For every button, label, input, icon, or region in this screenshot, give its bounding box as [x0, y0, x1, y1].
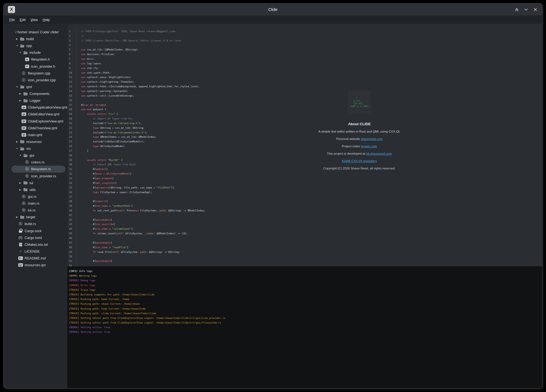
code-line-6[interactable]: 6use devicons::FileIcon;: [67, 52, 542, 57]
log-console[interactable]: [INFO] Info logs[WARN] Warning logs[DEBU…: [67, 267, 542, 388]
tree-item-target[interactable]: ▶target: [11, 214, 65, 220]
tree-item-readme-md[interactable]: M↓README.md: [11, 255, 65, 262]
code-line-25[interactable]: 25 include!(<QtGui/QFileSystemModel>);: [67, 139, 542, 144]
tree-item-build[interactable]: ▶build: [11, 35, 65, 42]
tree-item-filesystem-h[interactable]: Hfilesystem.h: [11, 56, 65, 63]
tree-item-resources-qrc[interactable]: Qtresources.qrc: [11, 262, 65, 268]
code-line-2[interactable]: 2//: [67, 34, 542, 38]
code-line-40[interactable]: 40 fn set_root_path(self: Pin<&mut FileS…: [67, 208, 542, 213]
code-line-34[interactable]: 34 #[qml_singleton]: [67, 181, 542, 185]
code-line-1[interactable]: 1// SPDX-FileCopyrightText: 2026, Shaun …: [67, 29, 542, 34]
tree-item-cmakelists-txt[interactable]: CMakeLists.txt: [11, 241, 65, 248]
code-line-27[interactable]: 27 }: [67, 149, 542, 153]
tree-item-clideeditorview-qml[interactable]: QtClideEditorView.qml: [11, 111, 65, 118]
about-link-1[interactable]: knoats.com: [361, 145, 377, 148]
code-line-20[interactable]: 20 // Import Qt Types from C++: [67, 116, 542, 121]
tree-item-include[interactable]: ▼include: [11, 49, 65, 56]
file-explorer-sidebar[interactable]: / home/ shaun/ Code/ clide/ ▶build▼cpp▼i…: [4, 24, 67, 388]
tree-item-main-rs[interactable]: Ⓡmain.rs: [11, 200, 65, 207]
tree-item-clideexplorerview-qml[interactable]: QtClideExplorerView.qml: [11, 118, 65, 125]
menu-item-edit[interactable]: Edit: [17, 17, 28, 23]
code-line-22[interactable]: 22 type QString = cxx_qt_lib::QString;: [67, 126, 542, 130]
minimize-button[interactable]: [523, 7, 529, 13]
code-line-32[interactable]: 32 #[base = QFileSystemModel]: [67, 172, 542, 176]
about-link-2[interactable]: git.shaunreed.com: [366, 152, 392, 155]
code-line-37[interactable]: 37: [67, 194, 542, 199]
code-line-41[interactable]: 41: [67, 213, 542, 218]
code-line-50[interactable]: 50: [67, 254, 542, 259]
code-line-33[interactable]: 33 #[qml_element]: [67, 176, 542, 181]
tree-item-gui-rs[interactable]: Ⓡgui.rs: [11, 193, 65, 200]
menu-item-file[interactable]: File: [7, 17, 17, 23]
code-line-18[interactable]: 18pub mod qobject {: [67, 107, 542, 112]
code-line-43[interactable]: 43 #[cxx_override]: [67, 222, 542, 227]
code-line-24[interactable]: 24 type QModelIndex = cxx_qt_lib::QModel…: [67, 135, 542, 139]
code-line-38[interactable]: 38 #[inherit]: [67, 199, 542, 204]
code-line-8[interactable]: 8use log::warn;: [67, 61, 542, 66]
code-line-15[interactable]: 15use syntect::util::LinesWithEndings;: [67, 94, 542, 98]
code-line-10[interactable]: 10use std::path::Path;: [67, 71, 542, 75]
code-line-3[interactable]: 3// SPDX-License-Identifier: GNU General…: [67, 38, 542, 43]
tree-item-tui[interactable]: ▶tui: [11, 179, 65, 186]
tree-item-components[interactable]: ▶Components: [11, 90, 65, 97]
code-line-45[interactable]: 45 fn column_count(self: &FileSystem, _i…: [67, 231, 542, 236]
tree-item-logger[interactable]: ▶Logger: [11, 97, 65, 104]
menu-item-help[interactable]: Help: [40, 17, 52, 23]
tree-item-icon-provider-h[interactable]: Hicon_provider.h: [11, 63, 65, 70]
tree-item-clidetreeview-qml[interactable]: QtClideTreeView.qml: [11, 125, 65, 131]
tree-item-qml[interactable]: ▼qml: [11, 83, 65, 90]
tree-item-filesystem-cpp[interactable]: Ⓒfilesystem.cpp: [11, 70, 65, 77]
code-line-11[interactable]: 11use syntect::easy::HighlightLines;: [67, 75, 542, 80]
code-line-31[interactable]: 31 #[qobject]: [67, 167, 542, 172]
code-line-39[interactable]: 39 #[cxx_name = "setRootPath"]: [67, 204, 542, 208]
tree-item-cpp[interactable]: ▼cpp: [11, 42, 65, 49]
code-line-19[interactable]: 19 unsafe extern "C++" {: [67, 112, 542, 116]
code-line-7[interactable]: 7use dirs;: [67, 57, 542, 61]
code-line-17[interactable]: 17#[cxx_qt::bridge]: [67, 103, 542, 107]
code-line-13[interactable]: 13use syntect::html::{IncludeBackground,…: [67, 84, 542, 89]
code-line-26[interactable]: 26 type QFileSystemModel;: [67, 144, 542, 149]
tree-item-icon-provider-cpp[interactable]: Ⓒicon_provider.cpp: [11, 77, 65, 83]
tree-item-filesystem-rs[interactable]: Ⓡfilesystem.rs: [11, 166, 65, 172]
code-line-35[interactable]: 35 #[qproperty(QString, file_path, cxx_n…: [67, 185, 542, 190]
tree-item-icon-provider-rs[interactable]: Ⓡicon_provider.rs: [11, 173, 65, 179]
about-link-3[interactable]: KDAB CXX-Qt repository: [342, 159, 377, 163]
code-line-12[interactable]: 12use syntect::highlighting::ThemeSet;: [67, 80, 542, 84]
shade-button[interactable]: [514, 7, 520, 13]
code-line-28[interactable]: 28: [67, 153, 542, 158]
tree-item-src[interactable]: ▼src: [11, 145, 65, 152]
tree-item-tui-rs[interactable]: Ⓡtui.rs: [11, 207, 65, 214]
titlebar[interactable]: X Clide: [4, 4, 542, 16]
tree-item-colors-rs[interactable]: Ⓡcolors.rs: [11, 159, 65, 166]
code-line-21[interactable]: 21 include!("cxx-qt-lib/qstring.h");: [67, 121, 542, 126]
close-button[interactable]: [532, 7, 538, 13]
code-line-30[interactable]: 30 // Export QML Types from Rust: [67, 162, 542, 167]
tree-item-resources[interactable]: ▶resources: [11, 138, 65, 145]
code-line-49[interactable]: 49 fn read_file(self: &FileSystem, path:…: [67, 250, 542, 255]
code-line-36[interactable]: 36 type FileSystem = super::FileSystemIm…: [67, 190, 542, 195]
code-line-52[interactable]: 52: [67, 264, 542, 267]
code-line-4[interactable]: 4: [67, 43, 542, 48]
tree-item-gui[interactable]: ▼gui: [11, 152, 65, 159]
tree-item-license[interactable]: ☆LICENSE: [11, 248, 65, 255]
tree-item-cargo-toml[interactable]: [T]Cargo.toml: [11, 234, 65, 241]
code-editor[interactable]: 1// SPDX-FileCopyrightText: 2026, Shaun …: [67, 24, 542, 267]
code-line-46[interactable]: 46: [67, 236, 542, 241]
code-line-5[interactable]: 5use cxx_qt_lib::{QModelIndex, QString};: [67, 47, 542, 52]
about-link-0[interactable]: shaunreed.com: [361, 137, 383, 140]
tree-item-cargo-lock[interactable]: Cargo.lock: [11, 228, 65, 234]
menu-item-view[interactable]: View: [28, 17, 40, 23]
code-line-16[interactable]: 16: [67, 98, 542, 103]
code-line-29[interactable]: 29 unsafe extern "RustQt" {: [67, 158, 542, 163]
code-line-44[interactable]: 44 #[cxx_name = "columnCount"]: [67, 227, 542, 231]
tree-item-clideapplicationview-qml[interactable]: QtClideApplicationView.qml: [11, 104, 65, 111]
tree-item-build-rs[interactable]: Ⓡbuild.rs: [11, 220, 65, 227]
code-line-9[interactable]: 9use std::fs;: [67, 66, 542, 71]
code-line-23[interactable]: 23 include!("cxx-qt-lib/qmodelindex.h");: [67, 130, 542, 135]
code-line-48[interactable]: 48 #[cxx_name = "readFile"]: [67, 245, 542, 250]
code-line-47[interactable]: 47 #[qinvokable]: [67, 241, 542, 245]
tree-item-main-qml[interactable]: Qtmain.qml: [11, 131, 65, 138]
code-line-42[interactable]: 42 #[qinvokable]: [67, 218, 542, 222]
code-line-51[interactable]: 51 #[qinvokable]: [67, 259, 542, 264]
tree-item-utils[interactable]: ▶utils: [11, 186, 65, 193]
